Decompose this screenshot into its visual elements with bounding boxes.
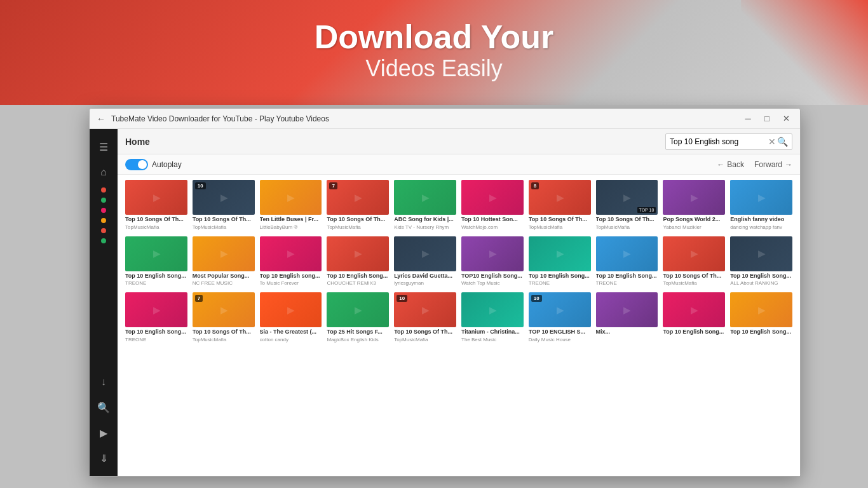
sidebar-dot-3 [101,208,106,213]
video-title: Top 25 Hit Songs F... [327,329,389,336]
page-title: Home [125,137,665,147]
video-item[interactable]: ▶Pop Songs World 2...Yabanci Muzikler [663,180,725,231]
app-body: ☰ ⌂ ↓ 🔍 ▶ ⇓ Home ✕ 🔍 [90,129,800,476]
video-title: Top 10 Songs Of Th... [394,329,456,336]
video-thumbnail: ▶ [730,180,792,215]
sidebar: ☰ ⌂ ↓ 🔍 ▶ ⇓ [90,129,118,476]
search-input[interactable] [670,137,767,146]
video-title: Top 10 Songs Of Th... [125,216,187,224]
title-bar-back-button[interactable]: ← [95,112,107,125]
close-button[interactable]: ✕ [777,110,795,128]
video-channel: TopMusicMafia [193,337,255,342]
hero-section: Download Your Videos Easily [315,19,554,82]
video-item[interactable]: ▶Top 10 Songs Of Th...TopMusicMafia [663,236,725,288]
sidebar-download-icon[interactable]: ↓ [92,370,115,393]
video-thumbnail: ▶ [125,180,187,215]
maximize-button[interactable]: □ [758,110,776,128]
video-channel: cotton candy [260,337,322,342]
video-item[interactable]: ▶Top 10 English song...To Music Forever [260,236,322,288]
back-button[interactable]: ← Back [717,160,744,169]
video-item[interactable]: ▶Sia - The Greatest (...cotton candy [260,292,322,344]
video-thumbnail: ▶ [596,292,658,327]
video-title: Top 10 English Song... [125,329,187,336]
hero-subtitle: Videos Easily [315,55,554,82]
video-channel: The Best Music [461,337,524,342]
video-grid-container[interactable]: ▶Top 10 Songs Of Th...TopMusicMafia10▶To… [118,175,800,476]
video-item[interactable]: ▶TOP10 English Song...Watch Top Music [461,236,524,288]
video-thumbnail: ▶ [730,292,792,327]
search-box: ✕ 🔍 [665,133,792,150]
video-thumbnail: ▶ [461,292,524,327]
sidebar-menu-icon[interactable]: ☰ [92,135,115,158]
video-channel: TREONE [125,280,187,286]
video-item[interactable]: ▶Top 10 English Song... [663,292,725,344]
video-title: Top 10 English Song... [529,273,591,280]
video-thumbnail: 10▶ [529,292,591,327]
video-item[interactable]: ▶Top 10 English Song... [730,292,792,344]
video-channel: WatchMojo.com [461,224,524,230]
video-title: Pop Songs World 2... [663,216,725,224]
video-item[interactable]: ▶Top 10 Songs Of Th...TopMusicMafia [125,180,187,231]
video-item[interactable]: ▶Top 10 English Song...TREONE [125,236,187,288]
video-title: Top 10 English Song... [730,329,792,336]
video-item[interactable]: ▶Top 25 Hit Songs F...MagicBox English K… [327,292,389,344]
video-thumbnail: 7▶ [327,180,389,215]
video-thumbnail: 8▶ [529,180,591,215]
toolbar: Home ✕ 🔍 [118,129,800,154]
sidebar-dot-1 [101,187,106,193]
video-item[interactable]: ▶Top 10 Hottest Son...WatchMojo.com [461,180,524,231]
video-thumbnail: ▶ [125,292,187,327]
title-bar: ← TubeMate Video Downloader for YouTube … [90,109,800,129]
sidebar-video-icon[interactable]: ▶ [92,421,115,444]
sidebar-dot-4 [101,218,106,223]
video-item[interactable]: ▶Lyrics David Guetta...lyricsguyman [394,236,456,288]
sidebar-search-icon[interactable]: 🔍 [92,396,115,419]
video-item[interactable]: 7▶Top 10 Songs Of Th...TopMusicMafia [193,292,255,344]
video-item[interactable]: 8▶Top 10 Songs Of Th...TopMusicMafia [529,180,591,231]
autoplay-toggle: Autoplay [125,159,182,170]
video-item[interactable]: ▶Titanium - Christina...The Best Music [461,292,524,344]
forward-button[interactable]: Forward → [754,160,792,169]
video-channel: TopMusicMafia [193,224,255,230]
video-item[interactable]: ▶Top 10 English Song...TREONE [529,236,591,288]
video-thumbnail: ▶ [663,236,725,271]
video-item[interactable]: ▶ABC Song for Kids |...Kids TV - Nursery… [394,180,456,231]
search-go-icon[interactable]: 🔍 [777,137,788,147]
video-channel: Daily Music House [529,337,591,342]
video-thumbnail: ▶ [394,236,456,271]
window-controls: ─ □ ✕ [739,110,795,128]
sidebar-save-icon[interactable]: ⇓ [92,447,115,470]
video-channel: TopMusicMafia [327,224,389,230]
video-title: Top 10 English Song... [125,273,187,280]
video-item[interactable]: 10▶Top 10 Songs Of Th...TopMusicMafia [394,292,456,344]
video-title: Mix... [596,329,658,336]
video-thumbnail: 10▶ [193,180,255,215]
video-item[interactable]: ▶Top 10 English Song...CHOUCHET REMIX3 [327,236,389,288]
video-item[interactable]: ▶Top 10 English Song...ALL About RANKING [730,236,792,288]
autoplay-switch[interactable] [125,159,148,170]
video-item[interactable]: ▶Mix... [596,292,658,344]
video-title: English fanny video [730,216,792,224]
minimize-button[interactable]: ─ [739,110,757,128]
search-clear-icon[interactable]: ✕ [768,137,776,147]
sidebar-home-icon[interactable]: ⌂ [92,161,115,184]
video-grid: ▶Top 10 Songs Of Th...TopMusicMafia10▶To… [125,180,792,344]
video-channel: TREONE [125,337,187,342]
forward-label: Forward [754,160,782,169]
video-item[interactable]: 7▶Top 10 Songs Of Th...TopMusicMafia [327,180,389,231]
video-channel: TopMusicMafia [596,224,658,230]
video-title: Top 10 English Song... [663,329,725,336]
video-title: Top 10 English Song... [730,273,792,280]
video-item[interactable]: ▶Ten Little Buses | Fr...LittleBabyBum ® [260,180,322,231]
video-channel: ALL About RANKING [730,280,792,286]
autoplay-label: Autoplay [152,160,182,169]
video-item[interactable]: ▶English fanny videodancing watchapp fan… [730,180,792,231]
video-thumbnail: ▶ [663,292,725,327]
video-item[interactable]: 10▶TOP 10 ENGLISH S...Daily Music House [529,292,591,344]
video-item[interactable]: ▶Top 10 English Song...TREONE [596,236,658,288]
video-item[interactable]: ▶Top 10 English Song...TREONE [125,292,187,344]
video-item[interactable]: 10▶Top 10 Songs Of Th...TopMusicMafia [193,180,255,231]
video-item[interactable]: TOP 10▶Top 10 Songs Of Th...TopMusicMafi… [596,180,658,231]
video-thumbnail: ▶ [461,236,524,271]
video-item[interactable]: ▶Most Popular Song...NC FREE MUSIC [193,236,255,288]
